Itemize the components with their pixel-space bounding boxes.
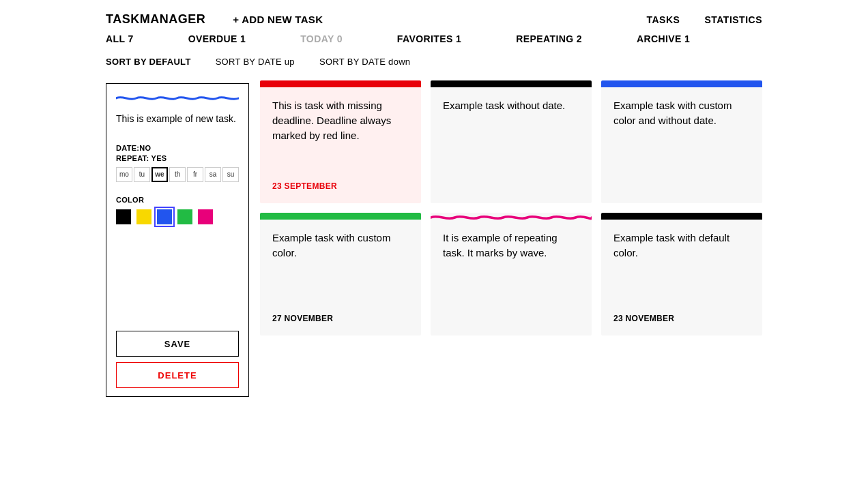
filter-today[interactable]: TODAY 0 — [300, 33, 343, 44]
card-text: Example task with default color. — [613, 232, 729, 258]
card-bar-blue — [601, 80, 762, 87]
color-yellow[interactable] — [136, 209, 151, 224]
nav-tasks[interactable]: TASKS — [646, 14, 680, 25]
card-date: 23 SEPTEMBER — [260, 173, 421, 191]
card-date — [431, 315, 592, 323]
edit-date-label: DATE:NO — [116, 144, 239, 152]
day-sa[interactable]: sa — [205, 167, 221, 182]
card-text: It is example of repeating task. It mark… — [443, 232, 558, 258]
card-content: It is example of repeating task. It mark… — [431, 230, 592, 315]
nav-statistics[interactable]: STATISTICS — [704, 14, 762, 25]
wave-decoration — [116, 93, 239, 103]
day-fr[interactable]: fr — [187, 167, 203, 182]
task-card: This is task with missing deadline. Dead… — [260, 80, 421, 203]
card-content: Example task with custom color and witho… — [601, 98, 762, 183]
day-tu[interactable]: tu — [134, 167, 150, 182]
edit-actions: SAVE DELETE — [116, 331, 239, 388]
sort-default[interactable]: SORT BY DEFAULT — [106, 57, 191, 67]
task-cards-grid: This is task with missing deadline. Dead… — [260, 80, 762, 336]
card-text: Example task with custom color and witho… — [613, 100, 732, 126]
card-bar-red — [260, 80, 421, 87]
header-nav: TASKS STATISTICS — [646, 14, 762, 25]
card-content: This is task with missing deadline. Dead… — [260, 98, 421, 173]
task-card: Example task with default color. 23 NOVE… — [601, 213, 762, 336]
color-green[interactable] — [177, 209, 192, 224]
card-text: This is task with missing deadline. Dead… — [272, 100, 391, 141]
card-bar-black — [431, 80, 592, 87]
sub-nav: ALL 7 OVERDUE 1 TODAY 0 FAVORITES 1 REPE… — [0, 27, 868, 44]
color-blue[interactable] — [157, 209, 172, 224]
day-th[interactable]: th — [169, 167, 186, 182]
main-content: This is example of new task. DATE:NO REP… — [0, 67, 868, 411]
card-date — [601, 183, 762, 191]
color-black[interactable] — [116, 209, 131, 224]
card-date: 23 NOVEMBER — [601, 306, 762, 323]
edit-card: This is example of new task. DATE:NO REP… — [106, 83, 249, 397]
task-card: Example task without date. — [431, 80, 592, 203]
edit-repeat-label: REPEAT: YES — [116, 154, 239, 162]
color-pink[interactable] — [198, 209, 213, 224]
sort-bar: SORT BY DEFAULT SORT BY DATE up SORT BY … — [0, 44, 868, 67]
card-bar-black — [601, 213, 762, 220]
header: TASKMANAGER + ADD NEW TASK TASKS STATIST… — [0, 0, 868, 27]
card-content: Example task with default color. — [601, 230, 762, 306]
edit-meta: DATE:NO REPEAT: YES mo tu we th fr sa su — [116, 144, 239, 182]
card-date: 27 NOVEMBER — [260, 306, 421, 323]
edit-task-text: This is example of new task. — [116, 113, 239, 126]
card-bar-green — [260, 213, 421, 220]
card-text: Example task with custom color. — [272, 232, 390, 258]
sort-date-up[interactable]: SORT BY DATE up — [216, 57, 295, 67]
delete-button[interactable]: DELETE — [116, 362, 239, 388]
color-section: COLOR — [116, 196, 239, 224]
card-date — [431, 183, 592, 191]
filter-overdue[interactable]: OVERDUE 1 — [188, 33, 246, 44]
color-row — [116, 209, 239, 224]
task-card: Example task with custom color. 27 NOVEM… — [260, 213, 421, 336]
card-bar-wave — [431, 213, 592, 220]
filter-archive[interactable]: ARCHIVE 1 — [637, 33, 690, 44]
card-text: Example task without date. — [443, 100, 565, 111]
filter-all[interactable]: ALL 7 — [106, 33, 134, 44]
day-we[interactable]: we — [151, 167, 168, 182]
days-row: mo tu we th fr sa su — [116, 167, 239, 182]
day-mo[interactable]: mo — [116, 167, 132, 182]
card-content: Example task with custom color. — [260, 230, 421, 306]
card-content: Example task without date. — [431, 98, 592, 183]
color-label: COLOR — [116, 196, 239, 204]
day-su[interactable]: su — [222, 167, 239, 182]
filter-favorites[interactable]: FAVORITES 1 — [397, 33, 461, 44]
filter-repeating[interactable]: REPEATING 2 — [516, 33, 582, 44]
sort-date-down[interactable]: SORT BY DATE down — [319, 57, 410, 67]
task-card: It is example of repeating task. It mark… — [431, 213, 592, 336]
save-button[interactable]: SAVE — [116, 331, 239, 357]
app-title: TASKMANAGER — [106, 12, 205, 27]
task-card: Example task with custom color and witho… — [601, 80, 762, 203]
add-task-button[interactable]: + ADD NEW TASK — [233, 14, 323, 25]
